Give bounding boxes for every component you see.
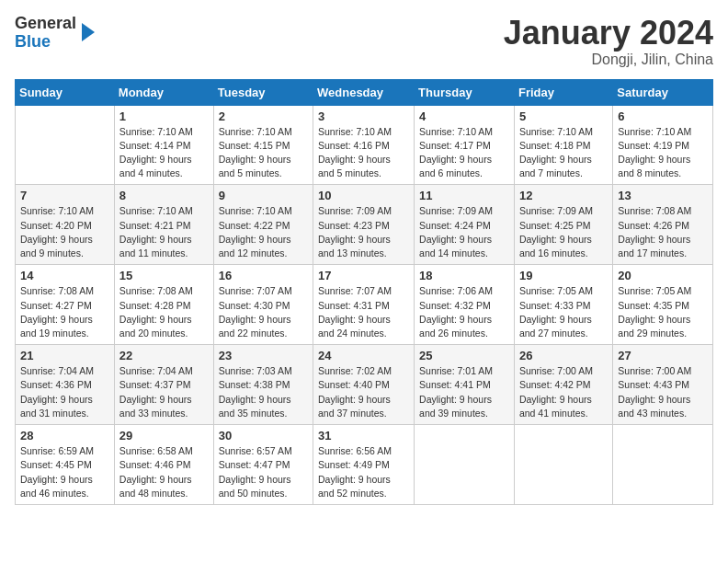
day-cell: 22Sunrise: 7:04 AMSunset: 4:37 PMDayligh… (114, 345, 213, 425)
day-info: Sunrise: 7:08 AMSunset: 4:27 PMDaylight:… (20, 284, 109, 340)
day-info: Sunrise: 7:04 AMSunset: 4:36 PMDaylight:… (20, 364, 109, 420)
day-number: 25 (419, 349, 509, 362)
day-cell: 1Sunrise: 7:10 AMSunset: 4:14 PMDaylight… (114, 105, 213, 185)
day-info: Sunrise: 7:10 AMSunset: 4:18 PMDaylight:… (519, 125, 608, 181)
day-cell: 28Sunrise: 6:59 AMSunset: 4:45 PMDayligh… (16, 425, 115, 505)
day-number: 16 (219, 269, 308, 282)
logo: General Blue (15, 15, 95, 52)
day-number: 23 (219, 349, 308, 362)
day-cell: 17Sunrise: 7:07 AMSunset: 4:31 PMDayligh… (313, 265, 415, 345)
day-info: Sunrise: 7:04 AMSunset: 4:37 PMDaylight:… (119, 364, 209, 420)
day-info: Sunrise: 7:05 AMSunset: 4:35 PMDaylight:… (618, 284, 708, 340)
day-cell: 3Sunrise: 7:10 AMSunset: 4:16 PMDaylight… (313, 105, 415, 185)
day-cell: 18Sunrise: 7:06 AMSunset: 4:32 PMDayligh… (415, 265, 515, 345)
title-block: January 2024 Dongji, Jilin, China (504, 15, 713, 68)
day-info: Sunrise: 7:07 AMSunset: 4:31 PMDaylight:… (318, 284, 409, 340)
day-cell: 19Sunrise: 7:05 AMSunset: 4:33 PMDayligh… (514, 265, 612, 345)
day-info: Sunrise: 7:05 AMSunset: 4:33 PMDaylight:… (519, 284, 608, 340)
day-info: Sunrise: 7:10 AMSunset: 4:15 PMDaylight:… (219, 125, 308, 181)
day-cell: 24Sunrise: 7:02 AMSunset: 4:40 PMDayligh… (313, 345, 415, 425)
day-cell: 5Sunrise: 7:10 AMSunset: 4:18 PMDaylight… (514, 105, 612, 185)
day-cell (415, 425, 515, 505)
day-number: 21 (20, 349, 109, 362)
day-info: Sunrise: 7:00 AMSunset: 4:43 PMDaylight:… (618, 364, 708, 420)
week-row-5: 28Sunrise: 6:59 AMSunset: 4:45 PMDayligh… (16, 425, 713, 505)
day-info: Sunrise: 6:59 AMSunset: 4:45 PMDaylight:… (20, 444, 109, 500)
weekday-header-friday: Friday (514, 79, 612, 105)
day-number: 7 (20, 189, 109, 202)
day-number: 12 (519, 189, 608, 202)
day-number: 28 (20, 429, 109, 442)
day-cell: 29Sunrise: 6:58 AMSunset: 4:46 PMDayligh… (114, 425, 213, 505)
day-number: 20 (618, 269, 708, 282)
day-cell: 26Sunrise: 7:00 AMSunset: 4:42 PMDayligh… (514, 345, 612, 425)
weekday-header-monday: Monday (114, 79, 213, 105)
day-number: 4 (419, 109, 509, 123)
day-info: Sunrise: 7:00 AMSunset: 4:42 PMDaylight:… (519, 364, 608, 420)
day-cell: 20Sunrise: 7:05 AMSunset: 4:35 PMDayligh… (613, 265, 713, 345)
day-number: 3 (318, 109, 409, 123)
day-number: 6 (618, 109, 708, 123)
day-cell: 2Sunrise: 7:10 AMSunset: 4:15 PMDaylight… (213, 105, 313, 185)
day-cell: 25Sunrise: 7:01 AMSunset: 4:41 PMDayligh… (415, 345, 515, 425)
day-number: 2 (219, 109, 308, 123)
weekday-header-row: SundayMondayTuesdayWednesdayThursdayFrid… (16, 79, 713, 105)
week-row-1: 1Sunrise: 7:10 AMSunset: 4:14 PMDaylight… (16, 105, 713, 185)
day-number: 1 (119, 109, 209, 123)
day-number: 27 (618, 349, 708, 362)
day-cell: 14Sunrise: 7:08 AMSunset: 4:27 PMDayligh… (16, 265, 115, 345)
day-cell: 31Sunrise: 6:56 AMSunset: 4:49 PMDayligh… (313, 425, 415, 505)
day-cell: 27Sunrise: 7:00 AMSunset: 4:43 PMDayligh… (613, 345, 713, 425)
logo-line2: Blue (15, 33, 76, 52)
day-info: Sunrise: 7:10 AMSunset: 4:17 PMDaylight:… (419, 125, 509, 181)
day-info: Sunrise: 7:06 AMSunset: 4:32 PMDaylight:… (419, 284, 509, 340)
day-info: Sunrise: 7:02 AMSunset: 4:40 PMDaylight:… (318, 364, 409, 420)
day-cell: 16Sunrise: 7:07 AMSunset: 4:30 PMDayligh… (213, 265, 313, 345)
day-info: Sunrise: 7:07 AMSunset: 4:30 PMDaylight:… (219, 284, 308, 340)
day-info: Sunrise: 7:09 AMSunset: 4:23 PMDaylight:… (318, 204, 409, 260)
day-cell: 9Sunrise: 7:10 AMSunset: 4:22 PMDaylight… (213, 185, 313, 265)
day-number: 11 (419, 189, 509, 202)
day-number: 31 (318, 429, 409, 442)
day-cell (613, 425, 713, 505)
day-cell: 7Sunrise: 7:10 AMSunset: 4:20 PMDaylight… (16, 185, 115, 265)
week-row-2: 7Sunrise: 7:10 AMSunset: 4:20 PMDaylight… (16, 185, 713, 265)
day-number: 18 (419, 269, 509, 282)
logo-line1: General (15, 15, 76, 33)
day-cell: 15Sunrise: 7:08 AMSunset: 4:28 PMDayligh… (114, 265, 213, 345)
location-title: Dongji, Jilin, China (504, 52, 713, 68)
day-number: 22 (119, 349, 209, 362)
day-info: Sunrise: 7:10 AMSunset: 4:21 PMDaylight:… (119, 204, 209, 260)
day-number: 5 (519, 109, 608, 123)
day-info: Sunrise: 6:57 AMSunset: 4:47 PMDaylight:… (219, 444, 308, 500)
day-number: 26 (519, 349, 608, 362)
weekday-header-sunday: Sunday (16, 79, 115, 105)
day-info: Sunrise: 7:03 AMSunset: 4:38 PMDaylight:… (219, 364, 308, 420)
day-info: Sunrise: 6:56 AMSunset: 4:49 PMDaylight:… (318, 444, 409, 500)
day-number: 8 (119, 189, 209, 202)
day-info: Sunrise: 7:09 AMSunset: 4:25 PMDaylight:… (519, 204, 608, 260)
day-cell: 13Sunrise: 7:08 AMSunset: 4:26 PMDayligh… (613, 185, 713, 265)
logo-arrow-icon (82, 23, 95, 41)
day-number: 30 (219, 429, 308, 442)
day-info: Sunrise: 7:10 AMSunset: 4:14 PMDaylight:… (119, 125, 209, 181)
day-cell: 8Sunrise: 7:10 AMSunset: 4:21 PMDaylight… (114, 185, 213, 265)
weekday-header-tuesday: Tuesday (213, 79, 313, 105)
day-cell: 11Sunrise: 7:09 AMSunset: 4:24 PMDayligh… (415, 185, 515, 265)
month-title: January 2024 (504, 15, 713, 52)
week-row-4: 21Sunrise: 7:04 AMSunset: 4:36 PMDayligh… (16, 345, 713, 425)
page-header: General Blue January 2024 Dongji, Jilin,… (15, 15, 713, 68)
day-info: Sunrise: 7:10 AMSunset: 4:20 PMDaylight:… (20, 204, 109, 260)
day-cell: 4Sunrise: 7:10 AMSunset: 4:17 PMDaylight… (415, 105, 515, 185)
day-number: 14 (20, 269, 109, 282)
week-row-3: 14Sunrise: 7:08 AMSunset: 4:27 PMDayligh… (16, 265, 713, 345)
day-cell: 23Sunrise: 7:03 AMSunset: 4:38 PMDayligh… (213, 345, 313, 425)
day-number: 29 (119, 429, 209, 442)
day-info: Sunrise: 7:01 AMSunset: 4:41 PMDaylight:… (419, 364, 509, 420)
day-cell (514, 425, 612, 505)
weekday-header-saturday: Saturday (613, 79, 713, 105)
day-cell: 21Sunrise: 7:04 AMSunset: 4:36 PMDayligh… (16, 345, 115, 425)
day-number: 10 (318, 189, 409, 202)
day-cell: 12Sunrise: 7:09 AMSunset: 4:25 PMDayligh… (514, 185, 612, 265)
day-info: Sunrise: 7:10 AMSunset: 4:22 PMDaylight:… (219, 204, 308, 260)
